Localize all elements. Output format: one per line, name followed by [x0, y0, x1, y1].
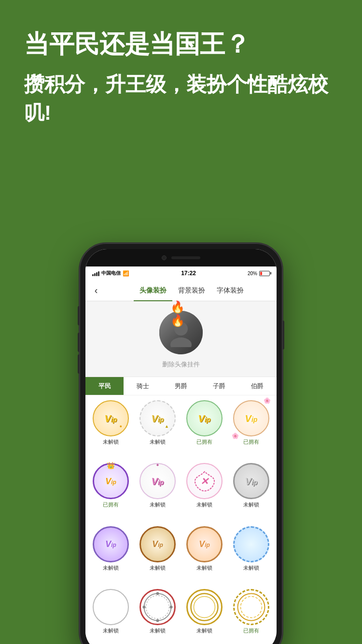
tab-font[interactable]: 字体装扮: [211, 280, 250, 301]
list-item[interactable]: Vip 👑 已拥有: [89, 463, 132, 522]
badge-7: ✕: [186, 463, 223, 499]
item-label: 未解锁: [150, 501, 166, 508]
badge-15: [186, 589, 223, 625]
list-item[interactable]: Vip 已拥有: [183, 400, 226, 459]
battery-icon: [259, 271, 270, 276]
badge-6: Vip ●: [139, 463, 176, 499]
list-item[interactable]: Vip ▲ 未解锁: [136, 400, 179, 459]
item-label: 已拥有: [196, 438, 212, 446]
item-label: 未解锁: [196, 627, 212, 634]
signal-bars: [92, 270, 99, 276]
item-label: 已拥有: [243, 438, 259, 446]
status-time: 17:22: [181, 270, 196, 277]
badge-11: Vip: [186, 526, 223, 562]
item-label: 未解锁: [103, 627, 119, 634]
back-button[interactable]: ‹: [85, 285, 107, 296]
camera: [162, 255, 167, 260]
status-right: 20%: [248, 271, 270, 276]
wifi-icon: 📶: [123, 270, 129, 277]
item-label: 未解锁: [243, 564, 259, 572]
item-label: 未解锁: [150, 438, 166, 446]
svg-point-1: [170, 337, 192, 347]
item-label: 未解锁: [150, 627, 166, 634]
badge-5: Vip 👑: [93, 463, 129, 499]
phone-outer: 中国电信 📶 17:22 20% ‹ 头像装扮: [80, 243, 282, 644]
list-item[interactable]: Vip ● 未解锁: [136, 463, 179, 522]
list-item[interactable]: 已拥有: [230, 589, 273, 644]
avatar-preview: 🔥🔥 删除头像挂件: [85, 301, 277, 377]
svg-point-11: [241, 596, 262, 617]
badge-4: Vip 🌸 🌸: [233, 400, 269, 436]
item-label: 未解锁: [243, 501, 259, 508]
item-label: 未解锁: [103, 438, 119, 446]
list-item[interactable]: Vip ● 未解锁: [89, 400, 132, 459]
cat-tab-commoner[interactable]: 平民: [85, 377, 124, 395]
signal-bar-3: [96, 272, 97, 276]
list-item[interactable]: 未解锁: [89, 589, 132, 644]
flame-decoration: 🔥🔥: [170, 300, 192, 327]
main-title: 当平民还是当国王？: [24, 29, 338, 59]
list-item[interactable]: Vip 未解锁: [230, 463, 273, 522]
badge-13: [93, 589, 129, 625]
svg-point-9: [194, 596, 215, 617]
phone-mockup: 中国电信 📶 17:22 20% ‹ 头像装扮: [80, 243, 282, 644]
phone-inner: 中国电信 📶 17:22 20% ‹ 头像装扮: [85, 249, 277, 644]
signal-bar-1: [92, 274, 94, 276]
badge-1: Vip ●: [93, 400, 129, 436]
svg-point-3: [146, 595, 169, 618]
list-item[interactable]: ✕ 未解锁: [183, 463, 226, 522]
status-bar: 中国电信 📶 17:22 20%: [85, 266, 277, 280]
list-item[interactable]: Vip 🌸 🌸 已拥有: [230, 400, 273, 459]
list-item[interactable]: 未解锁: [230, 526, 273, 585]
signal-bar-2: [94, 273, 96, 276]
badge-2: Vip ▲: [139, 400, 176, 436]
battery-fill: [260, 272, 262, 275]
category-tabs: 平民 骑士 男爵 子爵 伯爵: [85, 377, 277, 395]
cat-tab-knight[interactable]: 骑士: [124, 377, 162, 395]
tabs: 头像装扮 背景装扮 字体装扮: [107, 280, 277, 301]
svg-point-4: [156, 592, 159, 595]
sub-title: 攒积分，升王级，装扮个性酷炫校叽!: [24, 70, 338, 127]
list-item[interactable]: Vip 未解锁: [183, 526, 226, 585]
carrier-label: 中国电信: [101, 270, 121, 277]
status-left: 中国电信 📶: [92, 270, 129, 277]
phone-top-bar: [85, 249, 277, 266]
badge-14: [139, 589, 176, 625]
tab-background[interactable]: 背景装扮: [172, 280, 211, 301]
svg-point-6: [156, 619, 159, 622]
items-grid: Vip ● 未解锁 Vip ▲ 未解锁: [85, 395, 277, 644]
phone-screen: 中国电信 📶 17:22 20% ‹ 头像装扮: [85, 266, 277, 644]
badge-10: Vip: [139, 526, 176, 562]
item-label: 已拥有: [103, 501, 119, 508]
badge-12: [233, 526, 269, 562]
badge-16: [233, 589, 269, 625]
item-label: 未解锁: [103, 564, 119, 572]
svg-point-2: [144, 593, 171, 620]
list-item[interactable]: 未解锁: [136, 589, 179, 644]
item-label: 未解锁: [150, 564, 166, 572]
list-item[interactable]: Vip 未解锁: [89, 526, 132, 585]
speaker: [171, 256, 200, 259]
tab-avatar[interactable]: 头像装扮: [134, 280, 172, 301]
delete-label[interactable]: 删除头像挂件: [162, 360, 200, 369]
cat-tab-earl[interactable]: 伯爵: [238, 377, 277, 395]
badge-8: Vip: [233, 463, 269, 499]
badge-9: Vip: [93, 526, 129, 562]
header-section: 当平民还是当国王？ 攒积分，升王级，装扮个性酷炫校叽!: [0, 0, 362, 142]
svg-point-8: [191, 593, 218, 620]
cat-tab-viscount[interactable]: 子爵: [200, 377, 238, 395]
battery-label: 20%: [248, 271, 257, 276]
svg-point-7: [143, 605, 146, 608]
item-label: 未解锁: [196, 501, 212, 508]
cat-tab-baron[interactable]: 男爵: [162, 377, 200, 395]
badge-3: Vip: [186, 400, 223, 436]
list-item[interactable]: Vip 未解锁: [136, 526, 179, 585]
tab-bar: ‹ 头像装扮 背景装扮 字体装扮: [85, 280, 277, 301]
list-item[interactable]: 未解锁: [183, 589, 226, 644]
item-label: 未解锁: [196, 564, 212, 572]
svg-point-10: [238, 593, 265, 620]
svg-point-5: [170, 605, 173, 608]
signal-bar-4: [98, 271, 99, 276]
item-label: 已拥有: [243, 627, 259, 634]
avatar-circle: 🔥🔥: [159, 311, 203, 354]
